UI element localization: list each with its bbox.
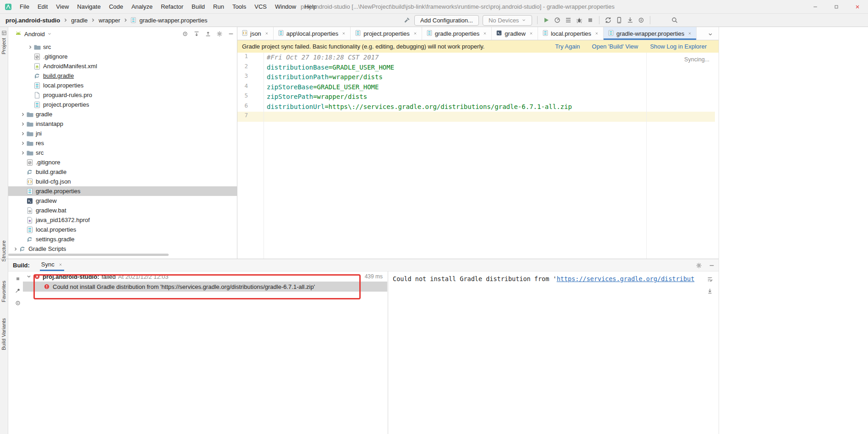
collapse-all-icon[interactable] [205,31,211,37]
menu-build[interactable]: Build [187,0,209,14]
search-everywhere-icon[interactable] [671,16,678,24]
open-build-view-link[interactable]: Open 'Build' View [592,43,638,50]
close-button[interactable] [847,0,868,14]
run-icon[interactable] [543,16,550,24]
maximize-button[interactable] [826,0,847,14]
breadcrumb-project[interactable]: proj.android-studio [5,17,61,24]
minimize-button[interactable] [805,0,826,14]
tree-item[interactable]: java_pid16372.hprof [8,215,237,225]
menu-refactor[interactable]: Refactor [157,0,187,14]
tree-item[interactable]: gradlew.bat [8,206,237,215]
chevron-right-icon[interactable] [20,112,26,117]
sdk-manager-icon[interactable] [626,16,634,24]
tree-item[interactable]: src [8,42,237,52]
tab-gradle-properties[interactable]: gradle.properties [422,27,492,40]
tree-item[interactable]: settings.gradle [8,234,237,244]
chevron-down-icon[interactable] [47,32,52,36]
chevron-right-icon[interactable] [13,246,19,252]
chevron-right-icon[interactable] [20,150,26,156]
tree-item[interactable]: jni [8,129,237,138]
tab-close-icon[interactable] [341,31,346,36]
build-hammer-icon[interactable] [403,16,411,24]
build-root-row[interactable]: proj.android-studio: failed At 2021/12/2… [23,271,387,282]
tree-item[interactable]: build-cfg.json [8,177,237,186]
stop-icon[interactable] [15,276,21,282]
tree-item[interactable]: proguard-rules.pro [8,90,237,100]
tab-gradle-wrapper-properties[interactable]: gradle-wrapper.properties [604,27,697,40]
tree-item[interactable]: gradle [8,109,237,119]
horizontal-scrollbar[interactable] [8,254,169,256]
tree-item[interactable]: gradlew [8,196,237,206]
menu-file[interactable]: File [16,0,33,14]
tree-item[interactable]: instantapp [8,119,237,129]
debug-bug-icon[interactable] [576,16,583,24]
tab-close-icon[interactable] [264,31,269,36]
console-link[interactable]: https://services.gradle.org/distribut [557,275,695,282]
tab-close-icon[interactable] [594,31,599,36]
menu-view[interactable]: View [52,0,73,14]
menu-window[interactable]: Window [271,0,300,14]
tab-sync[interactable]: Sync [40,259,64,271]
soft-wrap-icon[interactable] [707,276,713,282]
add-configuration-button[interactable]: Add Configuration... [414,15,479,26]
breadcrumb-file[interactable]: gradle-wrapper.properties [138,17,208,24]
hide-panel-icon[interactable] [228,31,234,37]
tree-item-gradle-properties[interactable]: gradle.properties [8,186,237,196]
tab-app-local-properties[interactable]: app\local.properties [274,27,351,40]
stripe-project[interactable]: Project [1,38,6,54]
chevron-right-icon[interactable] [20,131,26,136]
sync-gradle-icon[interactable] [604,16,612,24]
expand-all-icon[interactable] [193,31,200,37]
project-tool-window-icon[interactable] [1,29,7,38]
menu-run[interactable]: Run [209,0,228,14]
chevron-down-icon[interactable] [26,274,32,279]
breadcrumb-gradle[interactable]: gradle [70,17,88,24]
tab-close-icon[interactable] [687,31,692,36]
chevron-right-icon[interactable] [20,141,26,146]
menu-navigate[interactable]: Navigate [73,0,104,14]
project-view-selector[interactable]: Android [24,31,45,38]
show-log-link[interactable]: Show Log in Explorer [650,43,707,50]
stripe-build-variants[interactable]: Build Variants [1,318,6,350]
tree-item[interactable]: res [8,138,237,148]
profiler-icon[interactable] [554,16,561,24]
tab-json[interactable]: json [237,27,274,40]
tree-item-gradle-scripts[interactable]: Gradle Scripts [8,244,237,254]
tree-item[interactable]: local.properties [8,81,237,90]
stop-icon[interactable] [587,16,594,24]
device-manager-icon[interactable] [615,16,623,24]
chevron-right-icon[interactable] [27,44,33,50]
gear-icon[interactable] [216,31,223,37]
tab-local-properties[interactable]: local.properties [538,27,604,40]
code-editor[interactable]: #Fri Oct 27 10:18:28 CST 2017 distributi… [264,53,719,259]
tree-item[interactable]: .gitignore [8,157,237,167]
tab-close-icon[interactable] [58,262,63,267]
run-configurations-list-icon[interactable] [565,16,572,24]
device-selector[interactable]: No Devices [483,15,532,26]
tree-item[interactable]: src [8,148,237,157]
menu-vcs[interactable]: VCS [250,0,271,14]
menu-tools[interactable]: Tools [228,0,250,14]
hide-panel-icon[interactable] [709,262,715,269]
tab-gradlew[interactable]: gradlew [492,27,538,40]
tab-close-icon[interactable] [413,31,418,36]
menu-analyze[interactable]: Analyze [127,0,157,14]
tab-project-properties[interactable]: project.properties [351,27,422,40]
tree-item[interactable]: local.properties [8,225,237,234]
scroll-to-end-icon[interactable] [707,288,713,294]
menu-code[interactable]: Code [105,0,127,14]
tree-item[interactable]: build.gradle [8,167,237,177]
tab-close-icon[interactable] [529,31,533,36]
chevron-right-icon[interactable] [20,121,26,127]
try-again-link[interactable]: Try Again [555,43,580,50]
locate-file-icon[interactable] [182,31,188,37]
menu-edit[interactable]: Edit [33,0,52,14]
tree-item[interactable]: .gitignore [8,52,237,61]
build-error-row[interactable]: Could not install Gradle distribution fr… [23,282,387,292]
show-selected-icon[interactable] [15,300,21,306]
breadcrumb-wrapper[interactable]: wrapper [98,17,121,24]
avd-manager-icon[interactable] [637,16,645,24]
hidden-tabs-icon[interactable] [708,31,713,39]
tree-item[interactable]: project.properties [8,100,237,109]
tree-item[interactable]: build.gradle [8,71,237,81]
